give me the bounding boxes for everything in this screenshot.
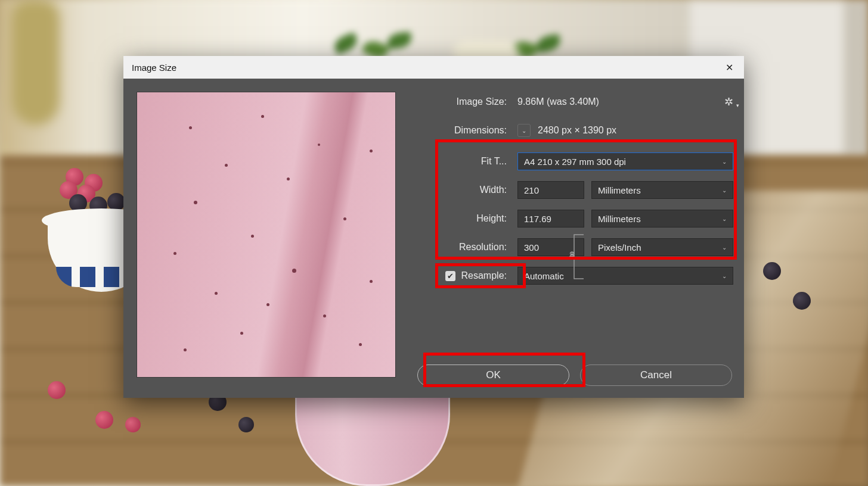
chevron-down-icon: ⌄ [722,244,727,251]
close-button[interactable]: ✕ [714,56,744,79]
chevron-down-icon: ⌄ [722,187,727,194]
dialog-title: Image Size [132,63,176,73]
gear-icon[interactable]: ✲ [724,95,733,108]
dialog-titlebar[interactable]: Image Size ✕ [123,56,744,79]
resample-checkbox[interactable]: ✔ [445,271,455,281]
fit-to-select[interactable]: A4 210 x 297 mm 300 dpi ⌄ [517,152,733,170]
dimensions-value: 2480 px × 1390 px [538,125,616,136]
dimensions-unit-toggle[interactable]: ⌄ [517,124,531,137]
blackberry [793,292,811,310]
resample-method-select[interactable]: Automatic ⌄ [517,267,733,285]
blackberry [763,262,781,280]
image-size-label: Image Size: [416,96,517,107]
width-input[interactable]: 210 [517,181,584,199]
width-unit-select[interactable]: Millimeters ⌄ [591,181,733,199]
height-input[interactable]: 117.69 [517,210,584,228]
width-label: Width: [416,185,517,195]
resample-label: Resample: [461,270,507,281]
image-preview [137,92,396,378]
fit-to-label: Fit T... [416,156,517,167]
raspberry [48,381,66,399]
raspberry [125,417,141,432]
height-label: Height: [416,213,517,224]
height-unit-select[interactable]: Millimeters ⌄ [591,210,733,228]
chevron-down-icon: ⌄ [522,127,526,134]
dimensions-label: Dimensions: [416,125,517,136]
resolution-unit-select[interactable]: Pixels/Inch ⌄ [591,238,733,256]
cancel-button[interactable]: Cancel [580,364,732,386]
link-icon[interactable]: 𝟠 [569,250,575,260]
ok-button[interactable]: OK [417,364,569,386]
blackberry [238,417,254,432]
image-size-dialog: Image Size ✕ Image Size: 9.86M (was 3.40… [123,56,744,398]
fit-to-value: A4 210 x 297 mm 300 dpi [524,157,626,167]
chevron-down-icon: ⌄ [722,158,727,165]
chevron-down-icon: ⌄ [722,216,727,222]
image-size-value: 9.86M (was 3.40M) [517,96,599,107]
raspberry [95,411,113,429]
close-icon: ✕ [726,62,733,73]
resolution-label: Resolution: [416,242,517,253]
chevron-down-icon: ⌄ [722,273,727,279]
